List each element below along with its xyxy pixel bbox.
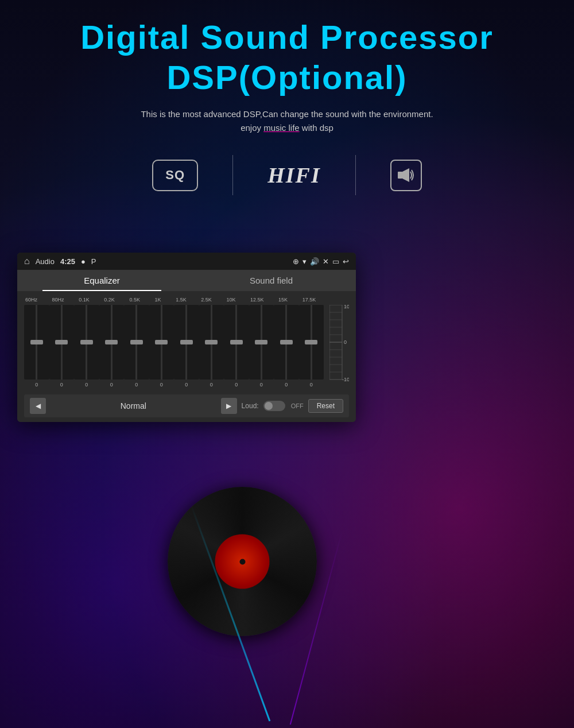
- hifi-text: HIFI: [267, 162, 320, 188]
- eq-band-6: 0: [174, 305, 199, 391]
- band-value-0: 0: [35, 382, 38, 388]
- eq-band-9: 0: [249, 305, 274, 391]
- location-icon: ⊕: [293, 257, 299, 266]
- dot-icon: ●: [81, 257, 86, 266]
- slider-handle-0[interactable]: [30, 340, 43, 344]
- eq-scale: 10 0 -10: [329, 305, 349, 391]
- close-icon[interactable]: ✕: [323, 257, 329, 266]
- hifi-icon-item: HIFI: [233, 162, 355, 188]
- back-icon[interactable]: ↩: [343, 257, 349, 266]
- eq-band-7: 0: [199, 305, 224, 391]
- band-label-4: 0.5K: [129, 297, 140, 303]
- toggle-knob: [265, 402, 273, 410]
- band-label-9: 12.5K: [250, 297, 264, 303]
- band-label-6: 1.5K: [176, 297, 187, 303]
- device-screen: ⌂ Audio 4:25 ● Ρ ⊕ ▾ 🔊 ✕ ▭ ↩ Equalizer: [17, 253, 356, 422]
- eq-band-labels: 60Hz 80Hz 0.1K 0.2K 0.5K 1K 1.5K 2.5K 10…: [24, 297, 349, 303]
- speaker-icon: [390, 160, 422, 191]
- svg-text:0: 0: [344, 339, 347, 345]
- eq-band-8: 0: [224, 305, 249, 391]
- desc-line2-suffix: with dsp: [300, 123, 333, 133]
- desc-underline: music life: [263, 123, 300, 133]
- slider-track-0[interactable]: [24, 305, 49, 380]
- title-line1: Digital Sound Processor: [0, 17, 574, 57]
- band-label-10: 15K: [278, 297, 288, 303]
- eq-band-2: 0: [74, 305, 99, 391]
- band-label-2: 0.1K: [79, 297, 90, 303]
- prev-preset-button[interactable]: ◀: [30, 398, 46, 414]
- equalizer-panel: 60Hz 80Hz 0.1K 0.2K 0.5K 1K 1.5K 2.5K 10…: [17, 291, 356, 422]
- status-icons: ⊕ ▾ 🔊 ✕ ▭ ↩: [293, 257, 349, 266]
- band-label-3: 0.2K: [104, 297, 115, 303]
- header-section: Digital Sound Processor DSP(Optional) Th…: [0, 0, 574, 135]
- eq-band-0: 0: [24, 305, 49, 391]
- eq-sliders: 0 0: [24, 305, 324, 391]
- icons-row: SQ HIFI: [0, 155, 574, 195]
- vinyl-record: [168, 487, 317, 636]
- eq-band-3: 0: [99, 305, 125, 391]
- svg-text:-10: -10: [342, 377, 349, 382]
- toggle-off-text: OFF: [291, 402, 304, 409]
- band-label-5: 1K: [155, 297, 161, 303]
- svg-text:10: 10: [344, 305, 349, 309]
- eq-band-4: 0: [124, 305, 149, 391]
- eq-main-area: 0 0: [24, 305, 349, 391]
- sq-icon-item: SQ: [118, 160, 232, 191]
- home-icon[interactable]: ⌂: [24, 256, 30, 266]
- band-label-11: 17.5K: [302, 297, 316, 303]
- page-content: Digital Sound Processor DSP(Optional) Th…: [0, 0, 574, 728]
- band-label-8: 10K: [226, 297, 235, 303]
- slider-bar-0: [36, 305, 37, 380]
- loud-toggle[interactable]: [263, 401, 285, 411]
- status-bar: ⌂ Audio 4:25 ● Ρ ⊕ ▾ 🔊 ✕ ▭ ↩: [17, 253, 356, 270]
- status-time: 4:25: [60, 257, 75, 266]
- band-label-0: 60Hz: [25, 297, 37, 303]
- desc-line2-prefix: enjoy: [241, 123, 263, 133]
- loud-label: Loud:: [242, 402, 259, 410]
- eq-band-11: 0: [299, 305, 324, 391]
- tab-equalizer[interactable]: Equalizer: [17, 270, 187, 291]
- description: This is the most advanced DSP,Can change…: [0, 107, 574, 135]
- desc-line1: This is the most advanced DSP,Can change…: [141, 109, 433, 119]
- speaker-icon-item: [356, 160, 456, 191]
- device-container: ⌂ Audio 4:25 ● Ρ ⊕ ▾ 🔊 ✕ ▭ ↩ Equalizer: [17, 253, 356, 422]
- svg-marker-1: [402, 168, 409, 182]
- p-icon: Ρ: [91, 257, 96, 266]
- eq-band-5: 0: [149, 305, 174, 391]
- preset-name: Normal: [51, 401, 216, 411]
- eq-band-10: 0: [274, 305, 299, 391]
- window-icon[interactable]: ▭: [332, 257, 339, 266]
- next-preset-button[interactable]: ▶: [221, 398, 237, 414]
- eq-controls: ◀ Normal ▶ Loud: OFF Reset: [24, 394, 349, 417]
- tabs-bar: Equalizer Sound field: [17, 270, 356, 291]
- title-line2: DSP(Optional): [0, 57, 574, 98]
- eq-band-1: 0: [49, 305, 75, 391]
- reset-button[interactable]: Reset: [308, 399, 343, 413]
- band-label-7: 2.5K: [201, 297, 212, 303]
- band-label-1: 80Hz: [52, 297, 64, 303]
- volume-icon: 🔊: [310, 257, 319, 266]
- sq-icon: SQ: [152, 160, 198, 191]
- app-name: Audio: [36, 257, 55, 266]
- svg-rect-0: [398, 172, 402, 179]
- wifi-icon: ▾: [302, 257, 307, 266]
- tab-soundfield[interactable]: Sound field: [187, 270, 356, 291]
